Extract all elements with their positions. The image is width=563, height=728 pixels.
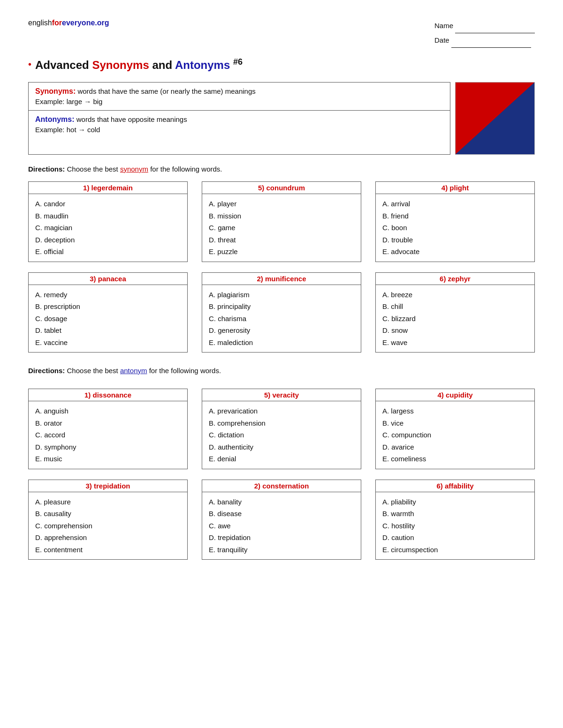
list-item: D. generosity xyxy=(209,324,354,337)
question-options-ant-1: A. anguishB. oratorC. accordD. symphonyE… xyxy=(29,401,187,469)
question-header-syn-3: 3) panacea xyxy=(29,273,187,285)
list-item: C. charisma xyxy=(209,313,354,325)
name-label: Name xyxy=(434,19,453,33)
synonyms-def-box: Synonyms: words that have the same (or n… xyxy=(29,83,450,111)
name-date-fields: Name Date xyxy=(434,19,535,48)
question-header-syn-6: 6) zephyr xyxy=(376,273,534,285)
synonym-question-1: 1) legerdemainA. candorB. maudlinC. magi… xyxy=(28,181,188,262)
antonyms-def-box: Antonyms: words that have opposite meani… xyxy=(29,111,450,138)
directions-ant-mid: Choose the best xyxy=(65,367,120,375)
list-item: A. player xyxy=(209,198,354,210)
antonyms-label: Antonyms: xyxy=(35,115,75,123)
synonyms-def-text: words that have the same (or nearly the … xyxy=(76,87,256,95)
list-item: C. comprehension xyxy=(35,520,181,532)
synonyms-definition: Synonyms: words that have the same (or n… xyxy=(35,87,443,96)
question-options-syn-5: A. playerB. missionC. gameD. threatE. pu… xyxy=(202,194,361,262)
list-item: B. mission xyxy=(209,210,354,222)
list-item: E. music xyxy=(35,453,181,465)
page-title-row: • Advanced Synonyms and Antonyms #6 xyxy=(28,57,535,72)
question-options-syn-2: A. plagiarismB. principalityC. charismaD… xyxy=(202,285,361,353)
list-item: D. avarice xyxy=(382,441,528,453)
list-item: D. tablet xyxy=(35,324,181,337)
antonym-question-4: 4) cupidityA. largessB. viceC. compuncti… xyxy=(375,389,535,469)
list-item: A. pliability xyxy=(382,496,528,508)
bullet-icon: • xyxy=(28,59,31,70)
list-item: D. trepidation xyxy=(209,532,354,544)
list-item: D. threat xyxy=(209,234,354,246)
antonym-question-2: 2) consternationA. banalityB. diseaseC. … xyxy=(202,480,361,560)
list-item: C. compunction xyxy=(382,429,528,441)
antonym-question-6: 6) affabilityA. pliabilityB. warmthC. ho… xyxy=(375,480,535,560)
list-item: C. game xyxy=(209,222,354,234)
question-options-syn-3: A. remedyB. prescriptionC. dosageD. tabl… xyxy=(29,285,187,353)
title-antonyms: Antonyms xyxy=(175,59,230,71)
synonyms-label: Synonyms: xyxy=(35,87,76,95)
list-item: B. chill xyxy=(382,300,528,313)
page-title: Advanced Synonyms and Antonyms #6 xyxy=(35,57,243,72)
list-item: D. deception xyxy=(35,234,181,246)
site-name: englishforeveryone.org xyxy=(28,19,109,27)
directions-syn-mid: Choose the best xyxy=(65,165,120,173)
title-middle: and xyxy=(149,59,175,71)
list-item: C. awe xyxy=(209,520,354,532)
list-item: C. magician xyxy=(35,222,181,234)
list-item: E. vaccine xyxy=(35,337,181,349)
list-item: A. arrival xyxy=(382,198,528,210)
antonym-link[interactable]: antonym xyxy=(120,367,147,375)
synonym-link[interactable]: synonym xyxy=(120,165,148,173)
list-item: B. comprehension xyxy=(209,417,354,429)
list-item: C. dictation xyxy=(209,429,354,441)
antonym-question-5: 5) veracityA. prevaricationB. comprehens… xyxy=(202,389,361,469)
list-item: B. vice xyxy=(382,417,528,429)
list-item: E. puzzle xyxy=(209,246,354,258)
question-header-syn-1: 1) legerdemain xyxy=(29,182,187,194)
list-item: E. contentment xyxy=(35,544,181,556)
question-header-ant-4: 4) cupidity xyxy=(376,389,534,401)
date-label: Date xyxy=(434,33,449,48)
definitions-area: Synonyms: words that have the same (or n… xyxy=(28,82,535,155)
synonym-question-2: 2) munificenceA. plagiarismB. principali… xyxy=(202,272,361,353)
blue-triangle xyxy=(456,82,535,154)
list-item: B. principality xyxy=(209,300,354,313)
antonym-question-3: 3) trepidationA. pleasureB. causalityC. … xyxy=(28,480,188,560)
title-number: #6 xyxy=(233,57,243,67)
antonyms-def-text: words that have opposite meanings xyxy=(75,115,187,123)
list-item: E. tranquility xyxy=(209,544,354,556)
question-header-ant-1: 1) dissonance xyxy=(29,389,187,401)
list-item: A. largess xyxy=(382,405,528,417)
directions-syn-label: Directions: xyxy=(28,165,65,173)
question-options-ant-4: A. largessB. viceC. compunctionD. avaric… xyxy=(376,401,534,469)
list-item: D. caution xyxy=(382,532,528,544)
synonym-question-4: 4) plightA. arrivalB. friendC. boonD. tr… xyxy=(375,181,535,262)
question-options-syn-6: A. breezeB. chillC. blizzardD. snowE. wa… xyxy=(376,285,534,353)
list-item: D. trouble xyxy=(382,234,528,246)
question-header-ant-2: 2) consternation xyxy=(202,480,361,492)
question-options-ant-3: A. pleasureB. causalityC. comprehensionD… xyxy=(29,492,187,560)
list-item: D. authenticity xyxy=(209,441,354,453)
list-item: B. causality xyxy=(35,508,181,520)
list-item: A. plagiarism xyxy=(209,289,354,301)
directions-antonyms: Directions: Choose the best antonym for … xyxy=(28,367,535,375)
list-item: E. denial xyxy=(209,453,354,465)
list-item: A. pleasure xyxy=(35,496,181,508)
synonyms-example: Example: large → big xyxy=(35,98,443,105)
antonyms-example: Example: hot → cold xyxy=(35,126,443,134)
list-item: E. advocate xyxy=(382,246,528,258)
list-item: C. dosage xyxy=(35,313,181,325)
question-header-syn-4: 4) plight xyxy=(376,182,534,194)
list-item: E. official xyxy=(35,246,181,258)
title-synonyms: Synonyms xyxy=(92,59,149,71)
syn-ant-diagram xyxy=(455,82,535,155)
question-options-ant-6: A. pliabilityB. warmthC. hostilityD. cau… xyxy=(376,492,534,560)
question-header-syn-2: 2) munificence xyxy=(202,273,361,285)
title-prefix: Advanced xyxy=(35,59,92,71)
list-item: E. circumspection xyxy=(382,544,528,556)
list-item: B. disease xyxy=(209,508,354,520)
list-item: D. snow xyxy=(382,324,528,337)
question-header-ant-6: 6) affability xyxy=(376,480,534,492)
list-item: E. malediction xyxy=(209,337,354,349)
antonym-question-1: 1) dissonanceA. anguishB. oratorC. accor… xyxy=(28,389,188,469)
list-item: B. prescription xyxy=(35,300,181,313)
definitions-boxes: Synonyms: words that have the same (or n… xyxy=(28,82,450,155)
directions-synonyms: Directions: Choose the best synonym for … xyxy=(28,165,535,173)
